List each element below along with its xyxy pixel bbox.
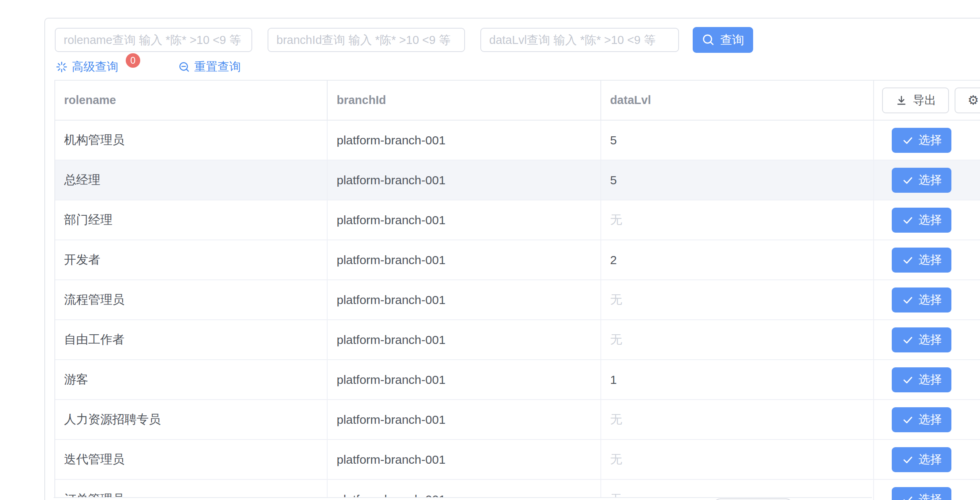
cell-branchid: platform-branch-001 [328,121,601,160]
config-button[interactable]: ⚙ 配置 [955,88,980,113]
column-header-datalvl[interactable]: dataLvl [601,81,874,120]
cell-datalvl: 无 [601,320,874,359]
table-row: 机构管理员 platform-branch-001 5 选择 [55,121,980,160]
table-row: 游客 platform-branch-001 1 选择 [55,360,980,400]
select-button-label: 选择 [918,492,942,500]
select-button-label: 选择 [918,132,942,148]
cell-datalvl: 1 [601,360,874,399]
cell-actions: 选择 [874,480,980,500]
cell-rolename: 机构管理员 [55,121,328,160]
cell-rolename: 自由工作者 [55,320,328,359]
zoom-out-icon [178,61,190,73]
check-icon [901,294,914,306]
table-row: 部门经理 platform-branch-001 无 选择 [55,200,980,240]
cell-actions: 选择 [874,440,980,479]
cell-datalvl: 无 [601,400,874,439]
download-icon [895,94,908,107]
query-button-label: 查询 [720,32,744,48]
cell-actions: 选择 [874,280,980,319]
sparkle-asterisk-icon [56,61,68,73]
cell-rolename: 部门经理 [55,200,328,240]
cell-datalvl: 5 [601,121,874,160]
cell-rolename: 人力资源招聘专员 [55,400,328,439]
cell-branchid: platform-branch-001 [328,320,601,359]
select-button[interactable]: 选择 [892,367,951,392]
cell-rolename: 总经理 [55,160,328,200]
check-icon [901,413,914,426]
rolename-query-input[interactable] [55,28,252,52]
column-header-rolename[interactable]: rolename [55,81,328,120]
page: 查询 高级查询 0 [0,0,980,500]
cell-branchid: platform-branch-001 [328,400,601,439]
cell-branchid: platform-branch-001 [328,280,601,319]
select-button-label: 选择 [918,452,942,468]
cell-datalvl: 无 [601,280,874,319]
check-icon [901,214,914,227]
check-icon [901,174,914,187]
select-button-label: 选择 [918,332,942,348]
table-row: 流程管理员 platform-branch-001 无 选择 [55,280,980,320]
select-button-label: 选择 [918,252,942,268]
cell-branchid: platform-branch-001 [328,200,601,240]
select-button-label: 选择 [918,212,942,228]
cell-actions: 选择 [874,240,980,279]
branchid-query-input[interactable] [268,28,465,52]
select-button-label: 选择 [918,412,942,428]
cell-datalvl: 5 [601,160,874,200]
select-button[interactable]: 选择 [892,487,951,500]
select-button[interactable]: 选择 [892,248,951,273]
select-button[interactable]: 选择 [892,208,951,233]
cell-datalvl: 无 [601,440,874,479]
select-button[interactable]: 选择 [892,288,951,312]
reset-query-label: 重置查询 [194,59,241,75]
cell-actions: 选择 [874,320,980,359]
select-button[interactable]: 选择 [892,168,951,193]
cell-actions: 选择 [874,360,980,399]
select-button[interactable]: 选择 [892,327,951,352]
select-button-label: 选择 [918,372,942,388]
cell-rolename: 流程管理员 [55,280,328,319]
cell-branchid: platform-branch-001 [328,240,601,279]
check-icon [901,373,914,386]
table-body: 机构管理员 platform-branch-001 5 选择 总经理 platf… [55,121,980,500]
cell-datalvl: 无 [601,200,874,240]
select-button[interactable]: 选择 [892,447,951,472]
table-row: 自由工作者 platform-branch-001 无 选择 [55,320,980,360]
advanced-query-link[interactable]: 高级查询 0 [56,59,140,75]
cell-actions: 选择 [874,121,980,160]
cell-rolename: 开发者 [55,240,328,279]
export-button-label: 导出 [913,92,936,108]
cell-branchid: platform-branch-001 [328,160,601,200]
horizontal-scrollbar-thumb[interactable] [713,498,793,500]
check-icon [901,453,914,466]
check-icon [901,254,914,267]
export-button[interactable]: 导出 [882,88,949,113]
cell-rolename: 迭代管理员 [55,440,328,479]
search-icon [702,33,715,47]
advanced-query-badge: 0 [126,53,140,68]
column-header-branchid[interactable]: branchId [328,81,601,120]
check-icon [901,134,914,147]
table-row: 开发者 platform-branch-001 2 选择 [55,240,980,280]
roles-table: rolename branchId dataLvl 导出 [54,80,980,500]
query-card: 查询 高级查询 0 [44,18,980,500]
select-button[interactable]: 选择 [892,128,951,153]
cell-actions: 选择 [874,400,980,439]
reset-query-link[interactable]: 重置查询 [178,59,241,75]
select-button-label: 选择 [918,172,942,188]
table-row: 总经理 platform-branch-001 5 选择 [55,160,980,200]
query-button[interactable]: 查询 [693,27,753,53]
cell-datalvl: 2 [601,240,874,279]
check-icon [901,333,914,346]
datalvl-query-input[interactable] [480,28,679,52]
table-header-actions: 导出 ⚙ 配置 [874,81,980,120]
cell-actions: 选择 [874,200,980,240]
gear-icon: ⚙ [968,94,979,106]
table-row: 迭代管理员 platform-branch-001 无 选择 [55,440,980,480]
table-row: 人力资源招聘专员 platform-branch-001 无 选择 [55,400,980,440]
select-button[interactable]: 选择 [892,407,951,432]
select-button-label: 选择 [918,292,942,308]
cell-actions: 选择 [874,160,980,200]
query-links-row: 高级查询 0 重置查询 [56,58,241,76]
cell-branchid: platform-branch-001 [328,440,601,479]
